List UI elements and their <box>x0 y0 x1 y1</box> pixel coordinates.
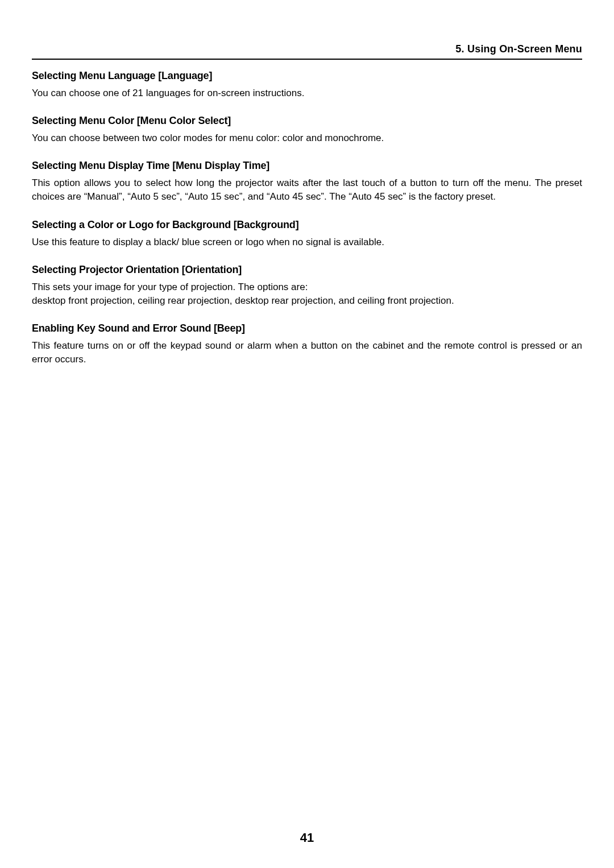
section-display-time: Selecting Menu Display Time [Menu Displa… <box>32 160 582 204</box>
page-header: 5. Using On-Screen Menu <box>32 43 582 60</box>
section-menu-color: Selecting Menu Color [Menu Color Select]… <box>32 115 582 145</box>
section-heading: Enabling Key Sound and Error Sound [Beep… <box>32 323 582 334</box>
body-line: This sets your image for your type of pr… <box>32 280 582 294</box>
section-beep: Enabling Key Sound and Error Sound [Beep… <box>32 323 582 366</box>
section-orientation: Selecting Projector Orientation [Orienta… <box>32 264 582 308</box>
section-heading: Selecting Menu Color [Menu Color Select] <box>32 115 582 127</box>
section-language: Selecting Menu Language [Language] You c… <box>32 70 582 100</box>
section-heading: Selecting Menu Language [Language] <box>32 70 582 82</box>
body-line: desktop front projection, ceiling rear p… <box>32 294 582 308</box>
page-number: 41 <box>0 830 614 845</box>
section-heading: Selecting Menu Display Time [Menu Displa… <box>32 160 582 172</box>
section-body: You can choose between two color modes f… <box>32 131 582 145</box>
section-body: Use this feature to display a black/ blu… <box>32 235 582 249</box>
section-body: This sets your image for your type of pr… <box>32 280 582 308</box>
section-heading: Selecting a Color or Logo for Background… <box>32 219 582 231</box>
section-body: This option allows you to select how lon… <box>32 176 582 204</box>
section-body: You can choose one of 21 languages for o… <box>32 86 582 100</box>
document-page: 5. Using On-Screen Menu Selecting Menu L… <box>0 0 614 404</box>
section-heading: Selecting Projector Orientation [Orienta… <box>32 264 582 276</box>
chapter-title: 5. Using On-Screen Menu <box>455 43 582 55</box>
section-background: Selecting a Color or Logo for Background… <box>32 219 582 249</box>
section-body: This feature turns on or off the keypad … <box>32 339 582 366</box>
